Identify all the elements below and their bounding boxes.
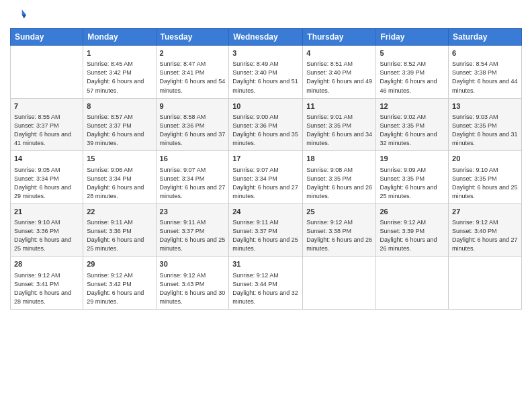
day-number: 16	[160, 154, 226, 164]
day-number: 3	[232, 48, 299, 58]
cell-content: Sunrise: 9:11 AMSunset: 3:37 PMDaylight:…	[232, 218, 299, 253]
logo-icon	[10, 7, 26, 23]
cell-content: Sunrise: 9:12 AMSunset: 3:38 PMDaylight:…	[306, 218, 372, 253]
calendar-row: 1Sunrise: 8:45 AMSunset: 3:42 PMDaylight…	[11, 46, 522, 99]
day-number: 8	[87, 101, 152, 111]
day-number: 31	[232, 259, 299, 269]
day-number: 6	[452, 48, 518, 58]
cell-content: Sunrise: 8:51 AMSunset: 3:40 PMDaylight:…	[306, 60, 372, 95]
day-number: 4	[306, 48, 372, 58]
cell-content: Sunrise: 9:02 AMSunset: 3:35 PMDaylight:…	[380, 113, 445, 148]
calendar-cell: 31Sunrise: 9:12 AMSunset: 3:44 PMDayligh…	[229, 257, 303, 310]
calendar-cell: 16Sunrise: 9:07 AMSunset: 3:34 PMDayligh…	[156, 151, 229, 204]
calendar-cell: 13Sunrise: 9:03 AMSunset: 3:35 PMDayligh…	[449, 98, 522, 151]
cell-content: Sunrise: 8:49 AMSunset: 3:40 PMDaylight:…	[232, 60, 299, 95]
calendar-row: 7Sunrise: 8:55 AMSunset: 3:37 PMDaylight…	[11, 98, 522, 151]
cell-content: Sunrise: 9:12 AMSunset: 3:44 PMDaylight:…	[232, 271, 299, 306]
day-number: 7	[14, 101, 79, 111]
calendar-cell	[303, 257, 376, 310]
calendar-cell: 10Sunrise: 9:00 AMSunset: 3:36 PMDayligh…	[229, 98, 303, 151]
cell-content: Sunrise: 9:12 AMSunset: 3:42 PMDaylight:…	[87, 271, 152, 306]
cell-content: Sunrise: 9:00 AMSunset: 3:36 PMDaylight:…	[232, 113, 299, 148]
cell-content: Sunrise: 8:58 AMSunset: 3:36 PMDaylight:…	[160, 113, 226, 148]
calendar-cell: 22Sunrise: 9:11 AMSunset: 3:36 PMDayligh…	[83, 203, 156, 257]
day-number: 22	[87, 207, 152, 217]
cell-content: Sunrise: 9:01 AMSunset: 3:35 PMDaylight:…	[306, 113, 372, 148]
svg-marker-0	[22, 9, 26, 15]
header	[10, 7, 522, 23]
calendar-cell	[449, 257, 522, 310]
calendar-cell: 5Sunrise: 8:52 AMSunset: 3:39 PMDaylight…	[376, 46, 449, 99]
day-number: 5	[380, 48, 445, 58]
calendar-row: 28Sunrise: 9:12 AMSunset: 3:41 PMDayligh…	[11, 257, 522, 310]
calendar-cell: 27Sunrise: 9:12 AMSunset: 3:40 PMDayligh…	[449, 203, 522, 257]
calendar-row: 14Sunrise: 9:05 AMSunset: 3:34 PMDayligh…	[11, 151, 522, 204]
cell-content: Sunrise: 8:55 AMSunset: 3:37 PMDaylight:…	[14, 113, 79, 148]
calendar-cell: 4Sunrise: 8:51 AMSunset: 3:40 PMDaylight…	[303, 46, 376, 99]
calendar-cell: 11Sunrise: 9:01 AMSunset: 3:35 PMDayligh…	[303, 98, 376, 151]
day-number: 20	[452, 154, 518, 164]
calendar-cell: 21Sunrise: 9:10 AMSunset: 3:36 PMDayligh…	[11, 203, 83, 257]
day-number: 23	[160, 207, 226, 217]
calendar-cell	[376, 257, 449, 310]
cell-content: Sunrise: 8:47 AMSunset: 3:41 PMDaylight:…	[160, 60, 226, 95]
day-number: 1	[87, 48, 152, 58]
cell-content: Sunrise: 8:52 AMSunset: 3:39 PMDaylight:…	[380, 60, 445, 95]
cell-content: Sunrise: 8:57 AMSunset: 3:37 PMDaylight:…	[87, 113, 152, 148]
calendar-cell: 25Sunrise: 9:12 AMSunset: 3:38 PMDayligh…	[303, 203, 376, 257]
calendar-cell: 2Sunrise: 8:47 AMSunset: 3:41 PMDaylight…	[156, 46, 229, 99]
cell-content: Sunrise: 9:05 AMSunset: 3:34 PMDaylight:…	[14, 166, 79, 201]
cell-content: Sunrise: 9:11 AMSunset: 3:36 PMDaylight:…	[87, 218, 152, 253]
cell-content: Sunrise: 9:03 AMSunset: 3:35 PMDaylight:…	[452, 113, 518, 148]
calendar-cell: 6Sunrise: 8:54 AMSunset: 3:38 PMDaylight…	[449, 46, 522, 99]
calendar-cell: 9Sunrise: 8:58 AMSunset: 3:36 PMDaylight…	[156, 98, 229, 151]
calendar-row: 21Sunrise: 9:10 AMSunset: 3:36 PMDayligh…	[11, 203, 522, 257]
day-number: 28	[14, 259, 79, 269]
day-number: 14	[14, 154, 79, 164]
day-number: 15	[87, 154, 152, 164]
cell-content: Sunrise: 9:07 AMSunset: 3:34 PMDaylight:…	[160, 166, 226, 201]
cell-content: Sunrise: 9:06 AMSunset: 3:34 PMDaylight:…	[87, 166, 152, 201]
calendar-page: Sunday Monday Tuesday Wednesday Thursday…	[0, 0, 532, 411]
calendar-cell: 20Sunrise: 9:10 AMSunset: 3:35 PMDayligh…	[449, 151, 522, 204]
day-number: 12	[380, 101, 445, 111]
svg-marker-1	[22, 15, 26, 19]
cell-content: Sunrise: 9:12 AMSunset: 3:41 PMDaylight:…	[14, 271, 79, 306]
calendar-cell: 19Sunrise: 9:09 AMSunset: 3:35 PMDayligh…	[376, 151, 449, 204]
col-wednesday: Wednesday	[229, 29, 303, 46]
col-tuesday: Tuesday	[156, 29, 229, 46]
calendar-cell: 30Sunrise: 9:12 AMSunset: 3:43 PMDayligh…	[156, 257, 229, 310]
calendar-cell: 24Sunrise: 9:11 AMSunset: 3:37 PMDayligh…	[229, 203, 303, 257]
day-number: 11	[306, 101, 372, 111]
cell-content: Sunrise: 9:09 AMSunset: 3:35 PMDaylight:…	[380, 166, 445, 201]
calendar-cell: 3Sunrise: 8:49 AMSunset: 3:40 PMDaylight…	[229, 46, 303, 99]
cell-content: Sunrise: 9:12 AMSunset: 3:43 PMDaylight:…	[160, 271, 226, 306]
calendar-cell: 28Sunrise: 9:12 AMSunset: 3:41 PMDayligh…	[11, 257, 83, 310]
day-number: 13	[452, 101, 518, 111]
day-number: 24	[232, 207, 299, 217]
calendar-table: Sunday Monday Tuesday Wednesday Thursday…	[10, 28, 522, 310]
day-number: 25	[306, 207, 372, 217]
day-number: 17	[232, 154, 299, 164]
col-thursday: Thursday	[303, 29, 376, 46]
cell-content: Sunrise: 9:10 AMSunset: 3:36 PMDaylight:…	[14, 218, 79, 253]
logo	[10, 7, 29, 23]
day-number: 29	[87, 259, 152, 269]
cell-content: Sunrise: 9:11 AMSunset: 3:37 PMDaylight:…	[160, 218, 226, 253]
day-number: 19	[380, 154, 445, 164]
calendar-cell: 7Sunrise: 8:55 AMSunset: 3:37 PMDaylight…	[11, 98, 83, 151]
calendar-cell: 29Sunrise: 9:12 AMSunset: 3:42 PMDayligh…	[83, 257, 156, 310]
calendar-cell: 12Sunrise: 9:02 AMSunset: 3:35 PMDayligh…	[376, 98, 449, 151]
day-number: 27	[452, 207, 518, 217]
day-number: 10	[232, 101, 299, 111]
cell-content: Sunrise: 8:54 AMSunset: 3:38 PMDaylight:…	[452, 60, 518, 95]
cell-content: Sunrise: 9:12 AMSunset: 3:40 PMDaylight:…	[452, 218, 518, 253]
calendar-cell: 18Sunrise: 9:08 AMSunset: 3:35 PMDayligh…	[303, 151, 376, 204]
col-sunday: Sunday	[11, 29, 83, 46]
calendar-cell: 26Sunrise: 9:12 AMSunset: 3:39 PMDayligh…	[376, 203, 449, 257]
calendar-cell	[11, 46, 83, 99]
col-friday: Friday	[376, 29, 449, 46]
cell-content: Sunrise: 9:07 AMSunset: 3:34 PMDaylight:…	[232, 166, 299, 201]
calendar-cell: 23Sunrise: 9:11 AMSunset: 3:37 PMDayligh…	[156, 203, 229, 257]
calendar-cell: 8Sunrise: 8:57 AMSunset: 3:37 PMDaylight…	[83, 98, 156, 151]
